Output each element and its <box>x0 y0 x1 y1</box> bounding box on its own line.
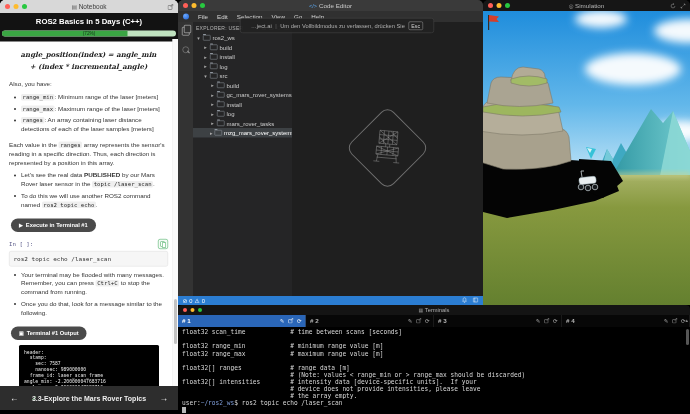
terminals-titlebar: ▦Terminals <box>178 305 690 315</box>
chevron-right-icon[interactable]: ▸ <box>210 121 215 127</box>
popout-terminal-icon[interactable] <box>672 318 678 325</box>
terminal-1-output[interactable]: float32 scan_time # time between scans [… <box>178 327 690 414</box>
popout-terminal-icon[interactable] <box>544 318 550 325</box>
terminal-tab-2[interactable]: # 2 ✎ ⟳ <box>306 315 434 327</box>
open-external-icon[interactable] <box>168 3 174 12</box>
warnings-icon[interactable]: ⚠ <box>195 297 200 304</box>
fullscreen-icon[interactable] <box>680 2 686 11</box>
rover-wireframe-icon <box>364 124 412 172</box>
tree-item-label: gc_mars_rover_systems <box>227 91 292 98</box>
notebook-nav-bar: ← ✓ 3.3-Explore the Mars Rover Topics → <box>0 386 178 410</box>
chevron-down-icon[interactable]: ▾ <box>203 73 208 79</box>
explorer-header: EXPLORER: USER <box>196 25 243 31</box>
chevron-right-icon[interactable]: ▸ <box>203 54 208 60</box>
folder-icon <box>217 102 225 108</box>
list-item: Your terminal may be flooded with many m… <box>21 270 168 297</box>
simulation-window: ◎Simulation <box>483 0 690 305</box>
chevron-right-icon[interactable]: ▸ <box>210 92 215 98</box>
folder-icon <box>210 54 218 60</box>
rename-terminal-icon[interactable]: ✎ <box>536 318 541 325</box>
simulation-viewport[interactable] <box>483 11 690 305</box>
notebook-content: angle_position(index) = angle_min + (ind… <box>0 39 173 386</box>
code-editor-window: </>Code Editor File Edit Selection View … <box>178 0 483 305</box>
copy-icon[interactable] <box>158 239 168 249</box>
tree-item-src[interactable]: ▾ src <box>193 71 292 81</box>
tree-item-src-install[interactable]: ▸ install <box>193 100 292 110</box>
terminal-scrollbar[interactable] <box>686 329 689 345</box>
tree-item-label: mzg_mars_rover_systems <box>224 129 294 136</box>
rename-terminal-icon[interactable]: ✎ <box>408 318 413 325</box>
popout-terminal-icon[interactable] <box>288 318 294 325</box>
terminal-tab-4[interactable]: # 4 ✎ ⟳ <box>562 315 690 327</box>
terminal-tab-1[interactable]: # 1 ✎ ⟳ <box>178 315 306 327</box>
chevron-down-icon[interactable]: ▾ <box>196 35 201 41</box>
tree-item-src-log[interactable]: ▸ log <box>193 109 292 119</box>
chapter-title: 3.3-Explore the Mars Rover Topics <box>0 394 178 402</box>
explorer-icon[interactable] <box>182 27 190 36</box>
errors-count[interactable]: 0 <box>189 298 192 304</box>
chevron-right-icon[interactable]: ▸ <box>210 102 215 108</box>
editor-titlebar: </>Code Editor <box>178 0 483 11</box>
menu-edit[interactable]: Edit <box>217 13 228 20</box>
terminal-output-block: header: stamp: sec: 7587 nanosec: 989000… <box>19 345 159 386</box>
execute-terminal-button[interactable]: ▶ Execute in Terminal #1 <box>11 219 96 232</box>
terminals-window: ▦Terminals # 1 ✎ ⟳ # 2 ✎ ⟳ <box>178 305 690 414</box>
terminal-tab-3[interactable]: # 3 ✎ ⟳ <box>434 315 562 327</box>
scroll-up-icon[interactable]: ▲ <box>685 318 689 323</box>
tree-item-src-build[interactable]: ▸ build <box>193 81 292 91</box>
tree-item-mzg-mars-rover-systems[interactable]: ▸ mzg_mars_rover_systems <box>193 128 292 138</box>
reload-sim-icon[interactable] <box>670 2 676 11</box>
rename-terminal-icon[interactable]: ✎ <box>280 318 285 325</box>
restart-terminal-icon[interactable]: ⟳ <box>297 318 302 325</box>
errors-icon[interactable]: ⊘ <box>183 297 188 304</box>
scrollbar-thumb[interactable] <box>174 299 177 344</box>
tree-item-install[interactable]: ▸ install <box>193 52 292 62</box>
chevron-right-icon[interactable]: ▸ <box>203 64 208 70</box>
chevron-right-icon[interactable]: ▸ <box>210 83 215 89</box>
tree-item-ros2-ws[interactable]: ▾ ros2_ws <box>193 33 292 43</box>
esc-keycap: Esc <box>408 21 423 30</box>
simulation-window-title: ◎Simulation <box>483 2 690 9</box>
tree-item-log[interactable]: ▸ log <box>193 62 292 72</box>
range-bullets: range_min: Minimum range of the laser [m… <box>9 93 168 134</box>
chevron-right-icon[interactable]: ▸ <box>203 45 208 51</box>
simulation-icon: ◎ <box>569 3 574 9</box>
tree-item-mars-rover-tasks[interactable]: ▸ mars_rover_tasks <box>193 119 292 129</box>
course-title: ROS2 Basics in 5 Days (C++) <box>0 13 178 30</box>
folder-icon <box>203 35 211 41</box>
notifications-bell-icon[interactable] <box>462 297 468 304</box>
cell-prompt: In [ ]: <box>9 240 33 248</box>
tree-item-label: install <box>220 53 235 60</box>
rename-terminal-icon[interactable]: ✎ <box>664 318 669 325</box>
popout-terminal-icon[interactable] <box>416 318 422 325</box>
restart-terminal-icon[interactable]: ⟳ <box>425 318 430 325</box>
editor-pane[interactable] <box>292 22 483 296</box>
tree-item-build[interactable]: ▸ build <box>193 43 292 53</box>
next-chapter-button[interactable]: → <box>160 393 169 403</box>
folder-icon <box>210 73 218 79</box>
tree-item-label: log <box>220 63 228 70</box>
menu-file[interactable]: File <box>198 13 208 20</box>
toast-fragment: …ject.ai <box>251 23 272 29</box>
editor-window-title: </>Code Editor <box>178 2 483 9</box>
tree-item-gc-mars-rover-systems[interactable]: ▸ gc_mars_rover_systems <box>193 90 292 100</box>
search-icon[interactable] <box>182 47 189 54</box>
folder-icon <box>217 83 225 89</box>
folder-icon <box>215 130 223 136</box>
play-icon: ▶ <box>19 222 23 229</box>
tree-item-label: build <box>220 44 233 51</box>
rover-watermark <box>345 106 430 191</box>
list-item: ranges: An array containing laser distan… <box>21 116 168 134</box>
terminal-output-button[interactable]: ▣ Terminal #1 Output <box>11 327 87 340</box>
chevron-right-icon[interactable]: ▸ <box>210 130 213 136</box>
folder-icon <box>210 64 218 70</box>
code-cell: ros2 topic echo /laser_scan <box>9 251 168 267</box>
chevron-right-icon[interactable]: ▸ <box>210 111 215 117</box>
warnings-count[interactable]: 0 <box>202 298 205 304</box>
tab-label: # 2 <box>310 318 319 325</box>
restart-terminal-icon[interactable]: ⟳ <box>553 318 558 325</box>
list-item: range_min: Minimum range of the laser [m… <box>21 93 168 102</box>
app-icon[interactable] <box>183 14 189 20</box>
layout-panel-icon[interactable] <box>473 297 479 304</box>
list-item: Let's see the real data PUBLISHED by our… <box>21 171 168 189</box>
